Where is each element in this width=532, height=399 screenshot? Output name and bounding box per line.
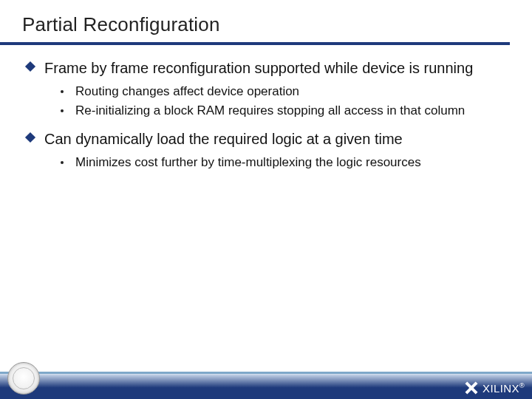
- list-item: Routing changes affect device operation: [61, 83, 510, 100]
- sublist: Routing changes affect device operation …: [61, 83, 510, 119]
- bullet-text: Frame by frame reconfiguration supported…: [44, 58, 473, 78]
- dot-bullet-icon: [61, 109, 64, 112]
- list-item: Can dynamically load the required logic …: [27, 129, 510, 149]
- sublist: Minimizes cost further by time-multiplex…: [61, 154, 510, 171]
- dot-bullet-icon: [61, 90, 64, 93]
- bullet-text: Minimizes cost further by time-multiplex…: [75, 154, 421, 171]
- list-item: Frame by frame reconfiguration supported…: [27, 58, 510, 78]
- registered-mark: ®: [519, 382, 525, 389]
- list-item: Minimizes cost further by time-multiplex…: [61, 154, 510, 171]
- slide-title: Partial Reconfiguration: [22, 13, 510, 36]
- title-rule: [0, 42, 510, 45]
- footer-band: [0, 374, 532, 399]
- xilinx-x-icon: [465, 381, 478, 395]
- university-seal-icon: [7, 362, 40, 395]
- dot-bullet-icon: [61, 161, 64, 164]
- slide-footer: XILINX®: [0, 361, 532, 399]
- slide-content: Frame by frame reconfiguration supported…: [22, 58, 510, 171]
- brand-text: XILINX: [482, 382, 519, 395]
- bullet-text: Routing changes affect device operation: [75, 83, 299, 100]
- bullet-text: Can dynamically load the required logic …: [44, 129, 403, 149]
- brand-logo: XILINX®: [465, 381, 525, 395]
- slide: Partial Reconfiguration Frame by frame r…: [0, 0, 532, 399]
- diamond-bullet-icon: [27, 63, 34, 70]
- diamond-bullet-icon: [27, 134, 34, 141]
- list-item: Re-initializing a block RAM requires sto…: [61, 103, 510, 119]
- bullet-text: Re-initializing a block RAM requires sto…: [75, 103, 465, 119]
